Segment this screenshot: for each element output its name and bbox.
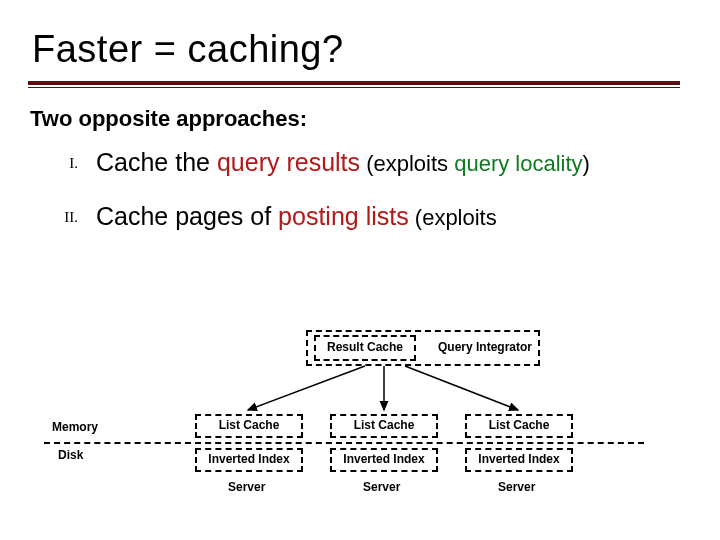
slide-body: Two opposite approaches: I. Cache the qu… bbox=[28, 88, 700, 234]
text-plain: Cache the bbox=[96, 148, 217, 176]
intro-text: Two opposite approaches: bbox=[30, 106, 690, 132]
list-cache-box: List Cache bbox=[330, 414, 438, 438]
inverted-index-box: Inverted Index bbox=[195, 448, 303, 472]
text-paren: (exploits bbox=[409, 205, 497, 230]
list-cache-label: List Cache bbox=[219, 419, 280, 432]
list-cache-box: List Cache bbox=[465, 414, 573, 438]
text-highlight: posting lists bbox=[278, 202, 409, 230]
list-cache-label: List Cache bbox=[489, 419, 550, 432]
list-cache-box: List Cache bbox=[195, 414, 303, 438]
server-label: Server bbox=[363, 480, 400, 494]
memory-disk-divider bbox=[44, 442, 644, 444]
list-item: I. Cache the query results (exploits que… bbox=[38, 146, 690, 180]
inverted-index-label: Inverted Index bbox=[343, 453, 424, 466]
disk-label: Disk bbox=[58, 448, 83, 462]
slide-title: Faster = caching? bbox=[28, 28, 700, 79]
item-text: Cache the query results (exploits query … bbox=[96, 146, 690, 180]
svg-line-0 bbox=[248, 366, 365, 410]
server-label: Server bbox=[228, 480, 265, 494]
item-number: I. bbox=[38, 146, 96, 180]
server-label: Server bbox=[498, 480, 535, 494]
text-paren: (exploits bbox=[360, 151, 454, 176]
architecture-diagram: Query Integrator Result Cache Memory Dis… bbox=[100, 330, 640, 520]
text-green: query locality bbox=[454, 151, 582, 176]
item-text: Cache pages of posting lists (exploits bbox=[96, 200, 690, 234]
list-cache-label: List Cache bbox=[354, 419, 415, 432]
text-plain: Cache pages of bbox=[96, 202, 278, 230]
inverted-index-label: Inverted Index bbox=[478, 453, 559, 466]
memory-label: Memory bbox=[52, 420, 98, 434]
svg-line-2 bbox=[405, 366, 518, 410]
inverted-index-label: Inverted Index bbox=[208, 453, 289, 466]
inverted-index-box: Inverted Index bbox=[465, 448, 573, 472]
list-item: II. Cache pages of posting lists (exploi… bbox=[38, 200, 690, 234]
item-number: II. bbox=[38, 200, 96, 234]
item-list: I. Cache the query results (exploits que… bbox=[38, 146, 690, 234]
slide: Faster = caching? Two opposite approache… bbox=[0, 0, 720, 234]
title-rule-thick bbox=[28, 81, 680, 85]
text-paren-close: ) bbox=[583, 151, 590, 176]
text-highlight: query results bbox=[217, 148, 360, 176]
inverted-index-box: Inverted Index bbox=[330, 448, 438, 472]
